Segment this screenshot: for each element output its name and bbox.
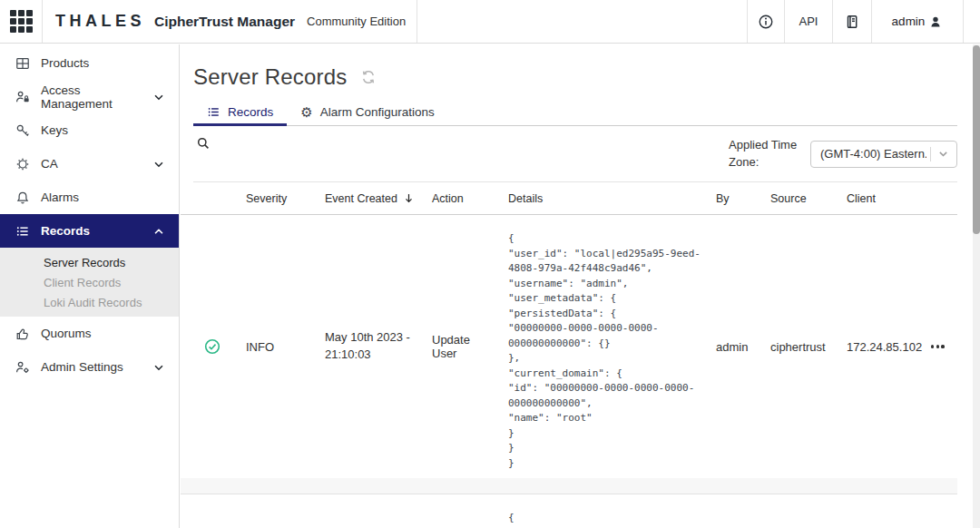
column-details[interactable]: Details: [508, 192, 716, 205]
column-event-created[interactable]: Event Created: [325, 192, 432, 205]
sidebar-item-keys[interactable]: Keys: [0, 113, 179, 147]
severity-cell: INFO: [246, 340, 325, 354]
details-json: { "user_id": "local|ed295a95-9eed- 4808-…: [508, 231, 712, 471]
sidebar-item-label: Quorums: [41, 327, 92, 340]
timezone-label: Applied Time Zone:: [729, 137, 799, 171]
source-cell: ciphertrust: [770, 340, 847, 354]
divider: [930, 147, 931, 161]
username-label: admin: [892, 15, 926, 28]
chevron-down-icon: [937, 148, 949, 160]
chevron-up-icon: [152, 225, 165, 238]
column-label: Event Created: [325, 192, 397, 205]
column-severity[interactable]: Severity: [246, 192, 325, 205]
user-menu-button[interactable]: admin: [872, 0, 963, 43]
filter-row: Applied Time Zone: (GMT-4:00) Eastern...: [193, 126, 957, 182]
timezone-value: (GMT-4:00) Eastern...: [820, 147, 926, 161]
sidebar-item-label: Records: [41, 224, 90, 238]
scrollbar-thumb[interactable]: [973, 45, 980, 234]
action-cell: Update User: [432, 333, 508, 360]
search-icon[interactable]: [196, 136, 211, 151]
edition-label: Community Edition: [307, 15, 406, 28]
app-launcher-icon[interactable]: [10, 10, 34, 34]
certificate-seal-icon: [15, 157, 30, 171]
sidebar-item-products[interactable]: Products: [0, 46, 179, 80]
source-cell: [770, 494, 847, 528]
row-menu-cell: [926, 494, 957, 528]
tab-label: Alarm Configurations: [320, 105, 435, 119]
tab-records[interactable]: Records: [193, 101, 287, 126]
sidebar-item-label: Keys: [41, 123, 68, 137]
row-menu-button[interactable]: [926, 345, 957, 347]
column-action[interactable]: Action: [432, 192, 508, 205]
sidebar-item-label: Access Management: [41, 83, 152, 111]
user-icon: [928, 15, 943, 29]
more-options-icon: [931, 345, 946, 347]
documentation-button[interactable]: [833, 0, 871, 43]
sidebar-item-admin-settings[interactable]: Admin Settings: [0, 350, 179, 384]
scrollbar[interactable]: [973, 44, 980, 528]
table-row[interactable]: { "user_id": "local|ed295a95-9eed-: [181, 494, 957, 528]
table-header-row: Severity Event Created Action Details By…: [181, 182, 957, 215]
sidebar-item-access-management[interactable]: Access Management: [0, 80, 179, 113]
client-cell: [847, 494, 926, 528]
by-cell: admin: [716, 340, 770, 354]
by-cell: [716, 494, 770, 528]
submenu-item-loki-audit-records[interactable]: Loki Audit Records: [0, 292, 179, 312]
tab-alarm-configurations[interactable]: ⚙ Alarm Configurations: [287, 101, 448, 126]
sidebar-nav: Products Access Management Keys CA: [0, 44, 180, 528]
sidebar-item-label: Alarms: [41, 191, 79, 204]
user-lock-icon: [15, 90, 30, 104]
sidebar-item-ca[interactable]: CA: [0, 147, 179, 181]
table-row[interactable]: INFO May 10th 2023 - 21:10:03 Update Use…: [181, 215, 957, 478]
sidebar-item-records[interactable]: Records: [0, 214, 179, 248]
details-cell: { "user_id": "local|ed295a95-9eed-: [508, 494, 716, 528]
gear-icon: ⚙: [300, 105, 312, 119]
divider: [42, 0, 43, 43]
sort-descending-icon[interactable]: [403, 192, 415, 204]
details-json: { "user_id": "local|ed295a95-9eed-: [508, 511, 712, 528]
client-cell: 172.24.85.102: [847, 340, 926, 354]
products-icon: [15, 56, 30, 71]
info-icon: [758, 14, 774, 30]
details-cell: { "user_id": "local|ed295a95-9eed- 4808-…: [508, 215, 716, 478]
sidebar-item-label: Admin Settings: [41, 360, 123, 374]
severity-status-cell: [193, 338, 246, 355]
key-icon: [15, 123, 30, 138]
action-cell: [432, 494, 508, 528]
refresh-icon[interactable]: [360, 69, 377, 85]
event-created-cell: [325, 494, 432, 528]
sidebar-item-quorums[interactable]: Quorums: [0, 317, 179, 350]
event-created-cell: May 10th 2023 - 21:10:03: [325, 329, 425, 364]
records-submenu: Server Records Client Records Loki Audit…: [0, 248, 179, 317]
thumbs-up-icon: [15, 327, 30, 341]
severity-cell: [246, 494, 325, 528]
chevron-down-icon: [152, 158, 165, 171]
column-source[interactable]: Source: [770, 192, 847, 205]
sidebar-item-label: Products: [41, 56, 89, 70]
sidebar-item-label: CA: [41, 157, 58, 171]
sidebar-item-alarms[interactable]: Alarms: [0, 181, 179, 214]
ciphertrust-manager-app: THALES CipherTrust Manager Community Edi…: [0, 0, 980, 528]
column-client[interactable]: Client: [847, 192, 926, 205]
brand-logo: THALES CipherTrust Manager: [55, 12, 295, 31]
main-content: Server Records Records ⚙ Alarm Configura…: [181, 44, 980, 528]
tab-bar: Records ⚙ Alarm Configurations: [193, 101, 957, 126]
book-icon: [844, 14, 860, 30]
info-button[interactable]: [748, 0, 784, 43]
product-name: CipherTrust Manager: [154, 14, 295, 30]
check-circle-icon: [204, 338, 235, 355]
timezone-select[interactable]: (GMT-4:00) Eastern...: [810, 141, 957, 168]
column-by[interactable]: By: [716, 192, 770, 205]
top-header: THALES CipherTrust Manager Community Edi…: [0, 0, 980, 44]
user-gear-icon: [15, 360, 30, 375]
submenu-item-server-records[interactable]: Server Records: [0, 252, 179, 272]
page-title: Server Records: [193, 64, 348, 90]
row-separator: [181, 478, 957, 494]
chevron-down-icon: [152, 361, 165, 374]
tab-label: Records: [228, 105, 273, 119]
api-button[interactable]: API: [785, 0, 832, 43]
thales-logo: THALES: [55, 12, 145, 31]
bell-icon: [15, 191, 30, 205]
submenu-item-client-records[interactable]: Client Records: [0, 272, 179, 292]
divider: [416, 0, 417, 43]
